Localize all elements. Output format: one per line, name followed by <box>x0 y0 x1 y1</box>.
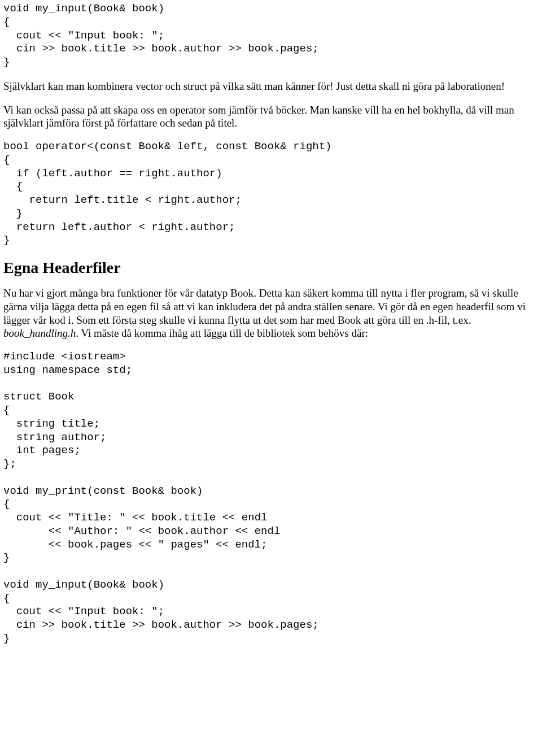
paragraph-3-text-a: Nu har vi gjort många bra funktioner för… <box>3 287 526 326</box>
paragraph-3-text-b: . Vi måste då komma ihåg att lägga till … <box>76 327 368 339</box>
code-block-1: void my_input(Book& book) { cout << "Inp… <box>3 2 539 69</box>
code-block-2: bool operator<(const Book& left, const B… <box>3 140 539 247</box>
paragraph-2: Vi kan också passa på att skapa oss en o… <box>3 103 539 131</box>
filename-book-handling: book_handling.h <box>3 327 76 339</box>
heading-egna-headerfiler: Egna Headerfiler <box>3 258 539 277</box>
paragraph-3: Nu har vi gjort många bra funktioner för… <box>3 286 539 340</box>
code-block-3: #include <iostream> using namespace std;… <box>3 350 539 646</box>
paragraph-1: Självklart kan man kombinera vector och … <box>3 80 539 93</box>
